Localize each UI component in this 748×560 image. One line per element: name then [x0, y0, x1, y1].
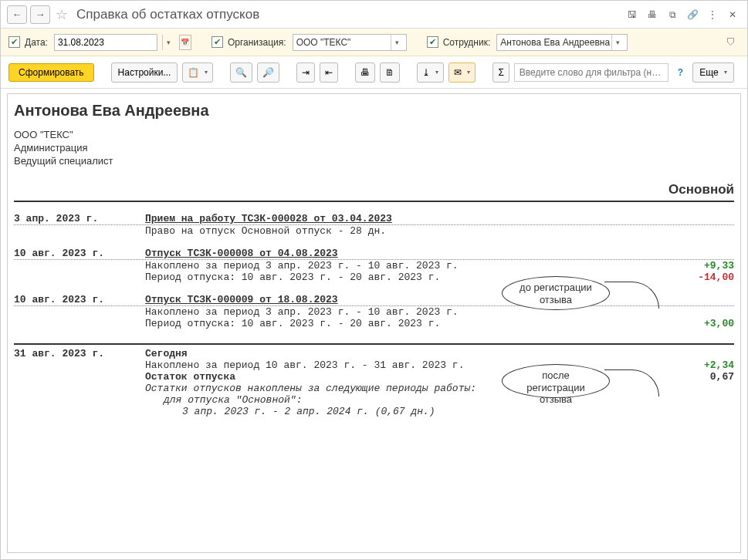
emp-checkbox[interactable]: ✔ — [427, 36, 438, 48]
dept-text: Администрация — [14, 142, 734, 153]
today-date: 31 авг. 2023 г. — [14, 348, 145, 359]
report-area: Антонова Ева Андреевна ООО "ТЕКС" Админи… — [7, 93, 741, 553]
nav-forward-button[interactable]: → — [30, 5, 50, 24]
event-date: 10 авг. 2023 г. — [14, 248, 145, 259]
nav-back-button[interactable]: ← — [7, 5, 27, 24]
event-link[interactable]: Отпуск ТСЗК-000008 от 04.08.2023 — [145, 248, 338, 259]
more-button[interactable]: Еще▾ — [692, 62, 733, 83]
event-value: +3,00 — [665, 318, 734, 329]
find-button[interactable]: 🔍 — [230, 62, 252, 83]
today-accum-value: +2,34 — [665, 359, 734, 371]
org-checkbox[interactable]: ✔ — [212, 36, 223, 48]
save-icon[interactable]: 🖫 — [624, 6, 641, 23]
favorite-star-icon[interactable]: ☆ — [53, 6, 70, 23]
remainder-value: 0,67 — [665, 371, 734, 383]
filter-bar: ✔ Дата: ▾ 📅 ✔ Организация: ООО "ТЕКС" ▾ … — [1, 29, 747, 56]
event-detail: Накоплено за период 3 апр. 2023 г. - 10 … — [145, 260, 665, 272]
send-mail-button[interactable]: ✉▾ — [448, 62, 476, 83]
date-calendar-icon[interactable]: 📅 — [179, 35, 191, 50]
event-link[interactable]: Прием на работу ТСЗК-000028 от 03.04.202… — [145, 213, 392, 224]
settings-button[interactable]: Настройки... — [111, 62, 178, 83]
collapse-groups-button[interactable]: ⇤ — [320, 62, 338, 83]
funnel-icon[interactable]: ⛉ — [723, 34, 740, 51]
print-button[interactable]: 🖶 — [355, 62, 375, 83]
remainder-label: Остаток отпуска — [145, 371, 235, 383]
window-header: ← → ☆ Справка об остатках отпусков 🖫 🖶 ⧉… — [1, 1, 747, 29]
employee-name: Антонова Ева Андреевна — [14, 102, 734, 120]
org-select[interactable]: ООО "ТЕКС" ▾ — [293, 34, 407, 51]
close-icon[interactable]: ✕ — [724, 6, 741, 23]
form-button[interactable]: Сформировать — [8, 63, 94, 82]
toolbar: Сформировать Настройки... 📋▾ 🔍 🔎 ⇥ ⇤ 🖶 🗎… — [1, 56, 747, 89]
date-input[interactable] — [54, 34, 157, 51]
print-icon[interactable]: 🖶 — [644, 6, 661, 23]
filter-input[interactable] — [514, 63, 668, 82]
date-dropdown-icon[interactable]: ▾ — [162, 35, 174, 50]
remainder-note: для отпуска "Основной": — [145, 394, 665, 406]
date-checkbox[interactable]: ✔ — [8, 36, 20, 48]
emp-label: Сотрудник: — [443, 37, 491, 48]
event-detail: Период отпуска: 10 авг. 2023 г. - 20 авг… — [145, 318, 665, 329]
event-date: 10 авг. 2023 г. — [14, 294, 145, 305]
event-value: +9,33 — [665, 260, 734, 272]
help-icon[interactable]: ? — [678, 67, 683, 78]
copy-settings-button[interactable]: 📋▾ — [182, 62, 213, 83]
today-label: Сегодня — [145, 348, 188, 359]
event-detail: Накоплено за период 3 апр. 2023 г. - 10 … — [145, 306, 665, 318]
print-preview-button[interactable]: 🗎 — [380, 62, 400, 83]
org-text: ООО "ТЕКС" — [14, 129, 734, 140]
save-report-button[interactable]: ⤓▾ — [417, 62, 444, 83]
event-link[interactable]: Отпуск ТСЗК-000009 от 18.08.2023 — [145, 294, 338, 305]
event-value: -14,00 — [665, 272, 734, 283]
date-label: Дата: — [25, 37, 48, 48]
sum-button[interactable]: Σ — [492, 62, 509, 83]
event-detail: Право на отпуск Основной отпуск - 28 дн. — [145, 225, 665, 237]
event-date: 3 апр. 2023 г. — [14, 213, 145, 224]
find-next-button[interactable]: 🔎 — [257, 62, 279, 83]
preview-icon[interactable]: ⧉ — [664, 6, 681, 23]
link-icon[interactable]: 🔗 — [684, 6, 701, 23]
annotation-callout: до регистрации отзыва — [502, 276, 610, 310]
window-title: Справка об остатках отпусков — [76, 7, 621, 22]
remainder-note: 3 апр. 2023 г. - 2 апр. 2024 г. (0,67 дн… — [145, 406, 665, 417]
position-text: Ведущий специалист — [14, 155, 734, 167]
expand-groups-button[interactable]: ⇥ — [296, 62, 315, 83]
org-label: Организация: — [228, 37, 286, 48]
chevron-down-icon: ▾ — [391, 35, 403, 50]
emp-select[interactable]: Антонова Ева Андреевна ▾ — [496, 34, 628, 51]
vacation-type-header: Основной — [14, 182, 734, 202]
chevron-down-icon: ▾ — [611, 35, 624, 50]
kebab-menu-icon[interactable]: ⋮ — [704, 6, 721, 23]
annotation-callout: после регистрации отзыва — [502, 364, 610, 398]
